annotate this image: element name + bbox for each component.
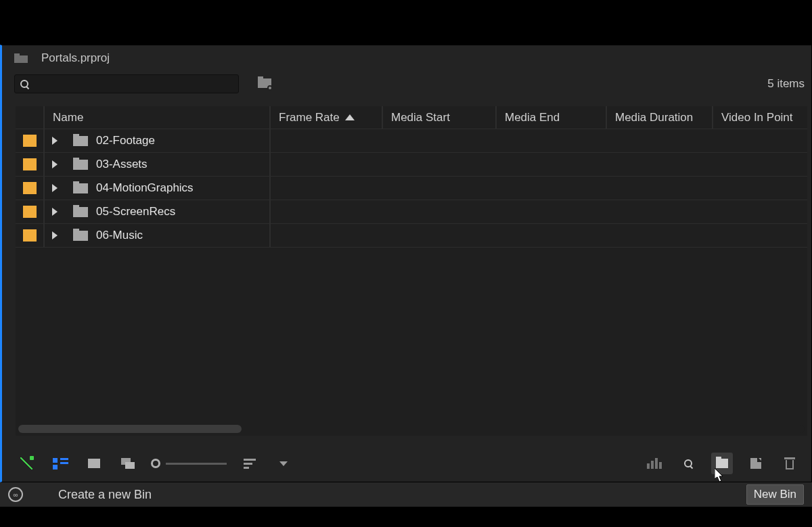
bin-row[interactable]: 04-MotionGraphics	[16, 177, 807, 200]
bin-name: 05-ScreenRecs	[96, 205, 175, 219]
project-panel: Portals.prproj 5 items Name Frame R	[0, 45, 812, 482]
label-chip[interactable]	[23, 182, 37, 194]
thumbnail-zoom-slider[interactable]	[151, 459, 227, 468]
project-header: Portals.prproj	[2, 45, 811, 71]
column-tag[interactable]	[16, 106, 45, 129]
new-item-icon	[750, 458, 761, 469]
bin-icon	[73, 207, 88, 217]
sort-menu-button[interactable]	[273, 453, 294, 474]
chevron-down-icon	[279, 461, 288, 466]
icon-view-icon	[88, 459, 100, 468]
sort-button[interactable]	[239, 453, 261, 474]
find-button[interactable]	[677, 453, 699, 474]
chevron-right-icon	[52, 208, 58, 216]
label-chip[interactable]	[23, 158, 37, 170]
bin-icon	[73, 160, 88, 170]
freeform-view-button[interactable]	[117, 453, 139, 474]
pencil-icon	[20, 457, 32, 469]
tip-bar: ∞ Create a new Bin New Bin	[0, 482, 812, 507]
expand-toggle[interactable]	[45, 184, 65, 192]
expand-toggle[interactable]	[45, 160, 65, 168]
items-count: 5 items	[767, 77, 805, 91]
icon-view-button[interactable]	[83, 453, 105, 474]
scrollbar-thumb[interactable]	[18, 425, 242, 433]
column-media-end[interactable]: Media End	[497, 106, 607, 129]
column-video-in-point[interactable]: Video In Point	[713, 106, 807, 129]
bin-row[interactable]: 02-Footage	[16, 129, 807, 153]
column-media-start[interactable]: Media Start	[383, 106, 497, 129]
chevron-right-icon	[52, 184, 58, 192]
project-list: Name Frame Rate Media Start Media End Me…	[16, 106, 807, 436]
app-root: Portals.prproj 5 items Name Frame R	[0, 0, 812, 527]
column-name[interactable]: Name	[45, 106, 271, 129]
filter-input[interactable]	[33, 78, 233, 90]
search-icon	[20, 80, 29, 89]
bin-row[interactable]: 05-ScreenRecs	[16, 200, 807, 224]
filter-box[interactable]	[14, 74, 239, 93]
bars-icon	[647, 458, 662, 469]
tip-text: Create a new Bin	[58, 488, 152, 502]
writable-toggle[interactable]	[16, 453, 37, 474]
chevron-right-icon	[52, 231, 58, 239]
new-search-bin-button[interactable]	[255, 76, 274, 91]
list-view-button[interactable]	[49, 453, 71, 474]
bin-name: 06-Music	[96, 229, 143, 242]
search-icon	[684, 459, 693, 468]
automate-to-sequence-button[interactable]	[644, 453, 665, 474]
column-media-duration[interactable]: Media Duration	[607, 106, 713, 129]
slider-knob-icon	[151, 459, 160, 468]
bin-icon	[73, 183, 88, 193]
label-chip[interactable]	[23, 206, 37, 218]
creative-cloud-icon[interactable]: ∞	[8, 487, 23, 502]
horizontal-scrollbar[interactable]	[18, 425, 805, 433]
label-chip[interactable]	[23, 229, 37, 242]
column-frame-rate[interactable]: Frame Rate	[271, 106, 383, 129]
sort-ascending-icon	[345, 114, 355, 120]
bin-name: 04-MotionGraphics	[96, 181, 194, 195]
magnifier-overlay-icon	[267, 85, 273, 91]
project-icon	[14, 53, 28, 63]
expand-toggle[interactable]	[45, 137, 65, 145]
column-headers: Name Frame Rate Media Start Media End Me…	[16, 106, 807, 129]
sort-icon	[244, 459, 256, 469]
trash-icon	[784, 457, 795, 469]
new-item-button[interactable]	[745, 453, 767, 474]
slider-track	[166, 463, 227, 465]
chevron-right-icon	[52, 137, 58, 145]
project-footer	[2, 445, 811, 482]
project-name: Portals.prproj	[41, 51, 110, 65]
freeform-view-icon	[121, 458, 135, 469]
delete-button[interactable]	[779, 453, 800, 474]
bin-row[interactable]: 06-Music	[16, 224, 807, 248]
chevron-right-icon	[52, 160, 58, 168]
expand-toggle[interactable]	[45, 208, 65, 216]
bin-name: 02-Footage	[96, 134, 155, 147]
bin-icon	[73, 231, 88, 241]
mouse-cursor	[715, 468, 725, 483]
bin-rows: 02-Footage 03-Assets	[16, 129, 807, 248]
list-view-icon	[53, 458, 68, 469]
project-toolbar: 5 items	[2, 71, 811, 97]
bin-icon	[73, 136, 88, 146]
toolbar-left	[14, 74, 274, 93]
bin-row[interactable]: 03-Assets	[16, 153, 807, 177]
expand-toggle[interactable]	[45, 231, 65, 239]
label-chip[interactable]	[23, 135, 37, 147]
bin-name: 03-Assets	[96, 158, 148, 171]
new-bin-icon	[716, 459, 728, 468]
tooltip: New Bin	[746, 484, 804, 505]
